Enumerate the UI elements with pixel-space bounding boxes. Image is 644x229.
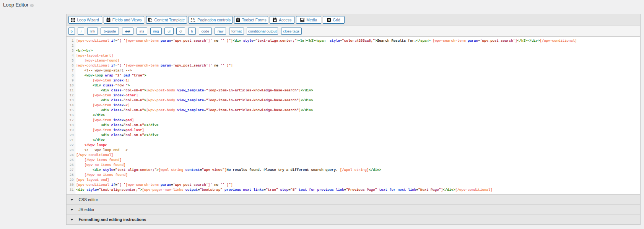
svg-text:1: 1 <box>191 18 192 21</box>
svg-text:w: w <box>107 19 110 22</box>
svg-text:B: B <box>328 18 330 22</box>
svg-text:9: 9 <box>193 18 195 21</box>
